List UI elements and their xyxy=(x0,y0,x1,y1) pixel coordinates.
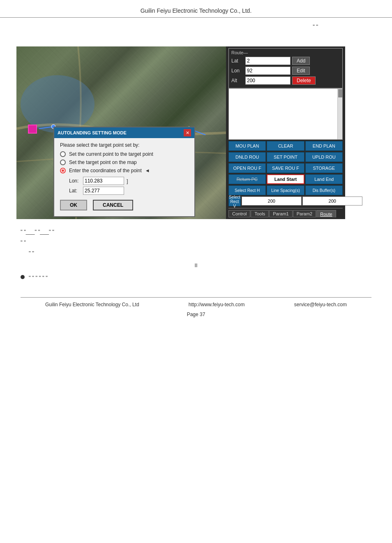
lat-label: Lat: xyxy=(69,188,81,194)
below-para-2b: " " xyxy=(21,249,371,258)
btn-row-3: OPEN ROU F SAVE ROU F STORAGE xyxy=(228,163,343,173)
autolanding-body: Please select the target point set by: S… xyxy=(54,138,194,216)
lon-field-row: Lon Edit xyxy=(231,67,340,75)
radio-circle-2 xyxy=(60,159,66,165)
clear-button[interactable]: CLEAR xyxy=(267,141,304,151)
radio-circle-3 xyxy=(60,168,66,173)
return-pc-button[interactable]: Return PC xyxy=(228,174,266,184)
mou-plan-button[interactable]: MOU PLAN xyxy=(228,141,266,151)
land-start-button[interactable]: Land Start xyxy=(267,174,305,184)
line-spacing-button[interactable]: Line Spacing(s) xyxy=(267,185,304,195)
open-rouf-button[interactable]: OPEN ROU F xyxy=(228,163,266,173)
below-para-1: " "___" "___" " xyxy=(21,227,371,236)
route-lat-input[interactable] xyxy=(245,57,291,65)
radio-label-3: Enter the coordinates of the point xyxy=(69,168,142,173)
set-point-button[interactable]: SET POINT xyxy=(267,152,304,162)
select-row-1: Select Rect H Line Spacing(s) Dis Buffer… xyxy=(228,185,343,195)
lat-row: Lat: xyxy=(69,187,189,195)
route-panel: Route— Lat Add Lon Edit Alt Delete xyxy=(226,46,345,219)
radio-circle-1 xyxy=(60,151,66,157)
tab-bar: Control Tools Param1 Param2 Route xyxy=(228,208,343,217)
page-header: Guilin Feiyu Electronic Technology Co., … xyxy=(0,0,392,18)
radio-option-2[interactable]: Set the target point on the map xyxy=(60,159,189,165)
select-row-2: Select Rect V xyxy=(228,196,343,206)
autolanding-instruction: Please select the target point set by: xyxy=(60,142,189,148)
tab-param1[interactable]: Param1 xyxy=(269,210,293,217)
route-lon-label: Lon xyxy=(231,68,244,74)
route-lon-input[interactable] xyxy=(245,67,291,75)
autolanding-titlebar: AUTOLANDING SETTING MODE ✕ xyxy=(54,127,194,138)
radio-option-1[interactable]: Set the current point to the target poin… xyxy=(60,151,189,157)
footer-wrapper: Guilin Feiyu Electronic Technology Co., … xyxy=(0,297,392,321)
scrollbar-thumb xyxy=(338,89,342,97)
radio-label-2: Set the target point on the map xyxy=(69,159,137,165)
header-title: Guilin Feiyu Electronic Technology Co., … xyxy=(141,7,252,14)
bullet-item-1: " " " " " " xyxy=(21,273,371,282)
save-rouf-button[interactable]: SAVE ROU F xyxy=(267,163,304,173)
line-spacing-input[interactable] xyxy=(242,196,302,206)
select-rect-v-button[interactable]: Select Rect V xyxy=(228,196,241,206)
main-content: AUTOLANDING SETTING MODE ✕ Please select… xyxy=(0,42,392,223)
add-button[interactable]: Add xyxy=(292,57,310,65)
route-alt-input[interactable] xyxy=(245,76,291,85)
coord-fields: Lon: ] Lat: xyxy=(69,177,189,195)
autolanding-close-button[interactable]: ✕ xyxy=(184,129,191,136)
lon-label: Lon: xyxy=(69,178,81,184)
storage-button[interactable]: STORAGE xyxy=(305,163,343,173)
autolanding-dialog: AUTOLANDING SETTING MODE ✕ Please select… xyxy=(53,127,195,217)
page-number: Page 37 xyxy=(21,312,371,321)
bullet-dot-1 xyxy=(21,275,25,279)
arrow-icon: ◄ xyxy=(145,168,150,173)
radio-option-3[interactable]: Enter the coordinates of the point ◄ xyxy=(60,168,189,173)
lon-input[interactable] xyxy=(83,177,124,185)
route-list-area xyxy=(228,88,343,140)
route-scrollbar[interactable] xyxy=(337,89,342,139)
below-section: " "___" "___" " " " " " II " " " " " " xyxy=(0,223,392,289)
top-note: " " xyxy=(0,18,392,42)
bullet-text-1: " " " " " " xyxy=(29,273,48,282)
route-group-label: Route— xyxy=(231,50,340,55)
tab-control[interactable]: Control xyxy=(228,210,250,217)
route-group-box: Route— Lat Add Lon Edit Alt Delete xyxy=(228,48,343,88)
dis-buffer-button[interactable]: Dis Buffer(s) xyxy=(305,185,343,195)
route-alt-label: Alt xyxy=(231,78,244,83)
route-lat-label: Lat xyxy=(231,58,244,64)
lon-row: Lon: ] xyxy=(69,177,189,185)
roman-numeral: II xyxy=(21,261,371,270)
footer-email: service@feiyu-tech.com xyxy=(294,302,347,307)
edit-button[interactable]: Edit xyxy=(292,67,310,75)
delete-button[interactable]: Delete xyxy=(292,76,316,85)
btn-row-2: DNLD ROU SET POINT UPLD ROU xyxy=(228,152,343,162)
footer-website: http://www.feiyu-tech.com xyxy=(189,302,245,307)
tab-route[interactable]: Route xyxy=(316,210,336,217)
radio-label-1: Set the current point to the target poin… xyxy=(69,151,153,157)
below-para-2a: " " xyxy=(21,238,371,247)
ok-button[interactable]: OK xyxy=(60,200,87,210)
map-section: AUTOLANDING SETTING MODE ✕ Please select… xyxy=(16,46,226,219)
btn-row-4: Return PC Land Start Land End xyxy=(228,174,343,184)
lon-bracket: ] xyxy=(127,178,128,184)
btn-row-1: MOU PLAN CLEAR END PLAN xyxy=(228,141,343,151)
lat-input[interactable] xyxy=(83,187,124,195)
dnld-rou-button[interactable]: DNLD ROU xyxy=(228,152,266,162)
tab-tools[interactable]: Tools xyxy=(251,210,269,217)
page-footer: Guilin Feiyu Electronic Technology Co., … xyxy=(21,297,371,312)
upld-rou-button[interactable]: UPLD ROU xyxy=(305,152,343,162)
autolanding-title: AUTOLANDING SETTING MODE xyxy=(58,130,127,135)
lat-field-row: Lat Add xyxy=(231,57,340,65)
select-rect-h-button[interactable]: Select Rect H xyxy=(228,185,266,195)
top-note-right: " " xyxy=(25,22,367,30)
top-quote-marks: " " xyxy=(313,23,318,30)
dialog-buttons: OK CANCEL xyxy=(60,198,189,212)
cancel-button[interactable]: CANCEL xyxy=(93,200,133,210)
alt-field-row: Alt Delete xyxy=(231,76,340,85)
land-end-button[interactable]: Land End xyxy=(305,174,343,184)
tab-param2[interactable]: Param2 xyxy=(293,210,316,217)
end-plan-button[interactable]: END PLAN xyxy=(305,141,343,151)
map-marker xyxy=(28,125,37,134)
dis-buffer-input[interactable] xyxy=(302,196,362,206)
route-title: Route xyxy=(231,50,243,55)
footer-company: Guilin Feiyu Electronic Technology Co., … xyxy=(45,302,139,307)
